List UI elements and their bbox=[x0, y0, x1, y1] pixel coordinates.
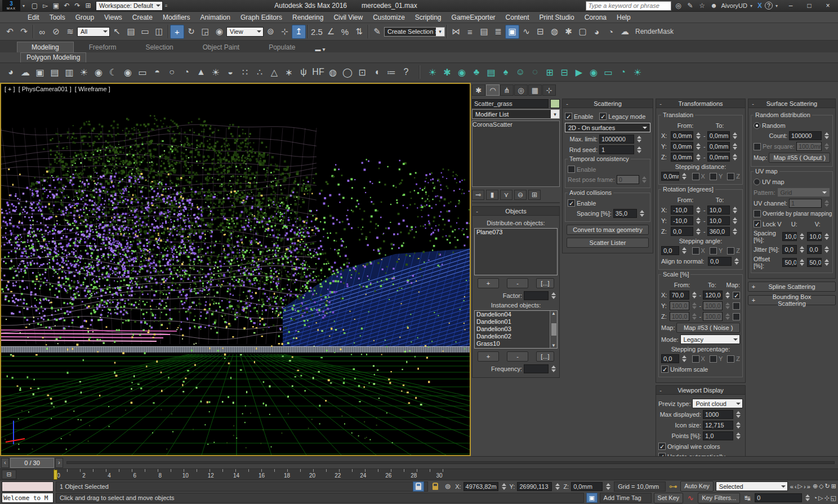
track-bar[interactable]: ⊟ 024681012141618202224262830 bbox=[0, 469, 838, 480]
search-binoculars-icon[interactable]: ◎ bbox=[674, 2, 683, 10]
unlink-selection-icon[interactable]: ⊘ bbox=[49, 25, 63, 39]
tab-selection[interactable]: Selection bbox=[131, 42, 187, 52]
add-time-tag[interactable]: Add Time Tag bbox=[600, 493, 652, 503]
teapot-render-icon[interactable]: ◕ bbox=[3, 65, 18, 79]
rest-pose-field[interactable]: 0 bbox=[617, 175, 639, 184]
ribbon-minimize-icon[interactable]: ▬ bbox=[315, 46, 321, 52]
tab-create-icon[interactable]: ✱ bbox=[472, 84, 485, 96]
spinner[interactable] bbox=[732, 131, 738, 140]
select-object-icon[interactable]: ↖ bbox=[110, 25, 124, 39]
viewport[interactable]: [ + ] [ PhysCamera001 ] [ Wireframe ] bbox=[0, 83, 471, 456]
go-start-icon[interactable]: « bbox=[790, 483, 794, 490]
enable-checkbox[interactable]: ✓ bbox=[565, 113, 572, 120]
play-icon[interactable]: ▷ bbox=[798, 483, 803, 490]
uv-map-radio[interactable] bbox=[754, 179, 760, 185]
time-slider-handle[interactable]: 0 / 30 bbox=[10, 458, 54, 468]
angle-snap-icon[interactable]: ∠ bbox=[324, 25, 338, 39]
rollout-spline-scattering[interactable]: +Spline Scattering bbox=[748, 282, 836, 292]
next-frame-icon[interactable]: › bbox=[804, 483, 806, 490]
select-and-rotate-icon[interactable]: ↻ bbox=[184, 25, 198, 39]
a360-render-icon[interactable]: ☁ bbox=[618, 25, 632, 39]
value-field[interactable]: 360,0 bbox=[707, 227, 730, 236]
menu-item[interactable]: Print Studio bbox=[534, 14, 580, 21]
spacing-field[interactable]: 35,0 bbox=[613, 209, 637, 218]
edit-named-sets-icon[interactable]: ✎ bbox=[370, 25, 384, 39]
value-field[interactable]: 0,0 bbox=[807, 245, 822, 254]
render-iterative-icon[interactable]: ◔ bbox=[604, 25, 618, 39]
remove-modifier-icon[interactable]: ⊖ bbox=[514, 190, 527, 200]
list-item[interactable]: Dandelion01 bbox=[475, 318, 550, 325]
value-field[interactable]: 1,0 bbox=[703, 431, 733, 440]
grass-icon[interactable]: ψ bbox=[296, 65, 311, 79]
percent-snap-icon[interactable]: % bbox=[338, 25, 352, 39]
spinner[interactable] bbox=[724, 291, 731, 300]
add-distribute-button[interactable]: + bbox=[478, 278, 499, 288]
spinner[interactable] bbox=[823, 245, 830, 254]
menu-item[interactable]: Group bbox=[70, 14, 99, 21]
pin-stack-icon[interactable]: ⊸ bbox=[472, 190, 484, 200]
align-to-normal-field[interactable]: 0,0 bbox=[708, 257, 732, 266]
spinner[interactable] bbox=[695, 227, 702, 236]
value-field[interactable]: 50,0 bbox=[782, 258, 797, 267]
menu-item[interactable]: Scripting bbox=[410, 14, 447, 21]
spinner[interactable] bbox=[732, 227, 738, 236]
menu-item[interactable]: Tools bbox=[44, 14, 70, 21]
frequency-field[interactable] bbox=[524, 364, 549, 373]
temporal-enable-checkbox[interactable] bbox=[568, 166, 575, 173]
spinner[interactable] bbox=[804, 493, 811, 502]
spinner[interactable] bbox=[823, 258, 830, 267]
make-unique-icon[interactable]: ⋎ bbox=[500, 190, 512, 200]
time-config-icon[interactable]: ◔ bbox=[813, 494, 817, 502]
axis-z-checkbox[interactable] bbox=[727, 247, 734, 255]
value-field[interactable]: 0,0 bbox=[671, 227, 693, 236]
spinner[interactable] bbox=[681, 172, 688, 181]
scroll-down-icon[interactable]: ▼ bbox=[551, 343, 556, 348]
tab-modeling[interactable]: Modeling bbox=[17, 42, 74, 52]
zoom-extents-all-icon[interactable]: ⊞ bbox=[831, 483, 836, 490]
value-field[interactable]: 1 bbox=[599, 145, 634, 154]
go-end-icon[interactable]: » bbox=[807, 483, 810, 490]
rollout-header[interactable]: -Scattering bbox=[563, 99, 653, 108]
value-field[interactable]: 12,715 bbox=[703, 421, 733, 430]
convert-material-icon[interactable]: ⊡ bbox=[355, 65, 369, 79]
tab-display-icon[interactable]: ▦ bbox=[528, 84, 542, 96]
schematic-view-icon[interactable]: ⊟ bbox=[533, 25, 547, 39]
menu-item[interactable]: GameExporter bbox=[447, 14, 501, 21]
snaps-toggle-icon[interactable]: 2.5 bbox=[310, 25, 324, 39]
rock-icon[interactable]: ∗ bbox=[282, 65, 296, 79]
region-frame-icon[interactable]: ▭ bbox=[601, 65, 616, 79]
pan-icon[interactable]: ⊹ bbox=[824, 494, 829, 502]
molecule-icon[interactable]: ∴ bbox=[252, 65, 267, 79]
play-alt-icon[interactable]: ▷ bbox=[818, 494, 823, 502]
render-setup-icon[interactable]: ✱ bbox=[561, 25, 576, 39]
spinner[interactable] bbox=[733, 257, 740, 266]
count-field[interactable]: 100000 bbox=[789, 131, 822, 140]
curve-editor-icon[interactable]: ∿ bbox=[519, 25, 533, 39]
tab-freeform[interactable]: Freeform bbox=[75, 42, 131, 52]
user-caret-icon[interactable]: ▾ bbox=[750, 3, 755, 8]
align-icon[interactable]: ≡ bbox=[463, 25, 477, 39]
maximize-button[interactable]: □ bbox=[801, 2, 817, 10]
select-and-move-icon[interactable]: + bbox=[170, 25, 184, 39]
menu-item[interactable]: Modifiers bbox=[158, 14, 195, 21]
save-file-icon[interactable]: ▣ bbox=[51, 2, 61, 10]
spinner[interactable] bbox=[695, 216, 702, 225]
tab-utilities-icon[interactable]: ⊹ bbox=[542, 84, 556, 96]
tab-motion-icon[interactable]: ◎ bbox=[514, 84, 528, 96]
help-caret-icon[interactable]: ▾ bbox=[775, 3, 780, 8]
lamp-icon[interactable]: ☀ bbox=[630, 65, 645, 79]
menu-item[interactable]: Corona bbox=[580, 14, 612, 21]
prev-frame-icon[interactable]: ‹ bbox=[795, 483, 797, 490]
tab-modify-icon[interactable]: ◠ bbox=[486, 84, 500, 96]
scale-map-button[interactable]: Map #53 ( Noise ) bbox=[676, 323, 740, 333]
y-coordinate-field[interactable]: 26990,113 bbox=[517, 482, 552, 491]
cone-object-icon[interactable]: ▲ bbox=[194, 65, 208, 79]
select-by-name-icon[interactable]: ▤ bbox=[124, 25, 138, 39]
remove-instanced-button[interactable]: - bbox=[507, 351, 528, 362]
minimize-button[interactable]: – bbox=[783, 2, 799, 10]
value-field[interactable]: 10,0 bbox=[782, 232, 797, 241]
spinner[interactable] bbox=[695, 153, 702, 162]
value-field[interactable]: 100,0 bbox=[703, 301, 723, 310]
select-and-place-icon[interactable]: ◉ bbox=[212, 25, 226, 39]
spinner[interactable] bbox=[799, 245, 805, 254]
